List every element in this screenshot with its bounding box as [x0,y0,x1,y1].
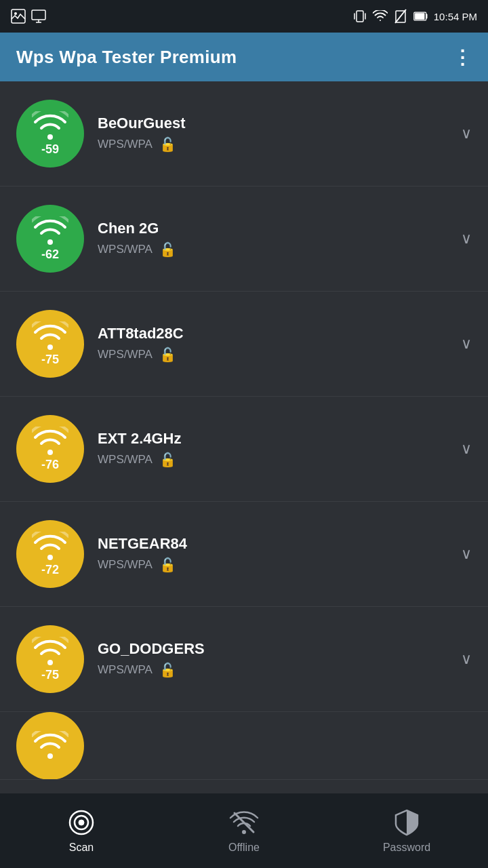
wifi-status-icon [373,9,388,24]
network-item-partial[interactable] [0,712,488,780]
svg-point-9 [47,344,53,350]
bottom-nav: Scan Offline Password [0,793,488,868]
svg-point-12 [47,660,53,665]
lock-icon: 🔓 [159,557,176,573]
network-info: EXT 2.4GHz WPS/WPA 🔓 [98,430,447,468]
network-list: -59 BeOurGuest WPS/WPA 🔓 ∨ -62 [0,81,488,712]
password-nav-icon [392,808,422,837]
expand-chevron[interactable]: ∨ [461,650,472,668]
offline-nav-label: Offline [228,842,260,854]
overflow-menu-button[interactable]: ⋮ [453,46,472,68]
network-protocol: WPS/WPA [98,453,152,467]
network-meta: WPS/WPA 🔓 [98,662,447,678]
network-name: BeOurGuest [98,115,447,132]
network-item[interactable]: -75 ATT8tad28C WPS/WPA 🔓 ∨ [0,292,488,397]
signal-circle: -75 [16,625,84,693]
lock-icon: 🔓 [159,136,176,153]
time-display: 10:54 PM [434,11,477,22]
network-item[interactable]: -62 Chen 2G WPS/WPA 🔓 ∨ [0,186,488,292]
network-item[interactable]: -76 EXT 2.4GHz WPS/WPA 🔓 ∨ [0,397,488,502]
monitor-icon [31,9,46,24]
expand-chevron[interactable]: ∨ [461,125,472,142]
svg-line-18 [235,813,253,832]
signal-circle: -75 [16,310,84,378]
signal-circle: -76 [16,415,84,483]
signal-value: -72 [41,563,59,577]
network-info: NETGEAR84 WPS/WPA 🔓 [98,535,447,573]
network-item[interactable]: -59 BeOurGuest WPS/WPA 🔓 ∨ [0,81,488,186]
network-protocol: WPS/WPA [98,348,152,361]
network-name: ATT8tad28C [98,325,447,342]
network-meta: WPS/WPA 🔓 [98,136,447,153]
network-item[interactable]: -72 NETGEAR84 WPS/WPA 🔓 ∨ [0,502,488,607]
network-info: GO_DODGERS WPS/WPA 🔓 [98,640,447,678]
scan-nav-label: Scan [69,842,94,854]
signal-circle-partial [16,712,84,780]
network-meta: WPS/WPA 🔓 [98,241,447,258]
network-name: EXT 2.4GHz [98,430,447,448]
expand-chevron[interactable]: ∨ [461,440,472,458]
svg-point-17 [242,830,246,834]
signal-circle: -62 [16,205,84,273]
network-name: GO_DODGERS [98,640,447,658]
sim-icon [393,9,408,24]
svg-point-7 [47,134,53,140]
network-info: ATT8tad28C WPS/WPA 🔓 [98,325,447,363]
status-bar-left [11,9,46,24]
nav-password[interactable]: Password [325,793,488,868]
svg-point-8 [47,239,53,245]
network-protocol: WPS/WPA [98,663,152,677]
svg-rect-2 [32,10,45,20]
svg-point-11 [47,555,53,560]
battery-icon [413,9,428,24]
network-protocol: WPS/WPA [98,558,152,572]
svg-rect-6 [415,13,424,19]
scan-nav-icon [66,808,96,837]
status-bar-right: 10:54 PM [352,9,477,24]
signal-circle: -72 [16,520,84,588]
network-name: NETGEAR84 [98,535,447,553]
app-title: Wps Wpa Tester Premium [16,47,237,68]
image-icon [11,9,26,24]
network-protocol: WPS/WPA [98,243,152,256]
svg-rect-3 [357,11,363,22]
signal-value: -76 [41,458,59,472]
svg-point-16 [79,820,84,825]
signal-value: -75 [41,353,59,367]
network-name: Chen 2G [98,220,447,237]
nav-offline[interactable]: Offline [163,793,325,868]
offline-nav-icon [229,808,259,837]
lock-icon: 🔓 [159,347,176,363]
svg-point-13 [47,753,53,759]
signal-value: -59 [41,142,59,157]
expand-chevron[interactable]: ∨ [461,335,472,353]
lock-icon: 🔓 [159,241,176,258]
vibrate-icon [352,9,367,24]
nav-scan[interactable]: Scan [0,793,163,868]
network-meta: WPS/WPA 🔓 [98,347,447,363]
network-meta: WPS/WPA 🔓 [98,452,447,468]
lock-icon: 🔓 [159,452,176,468]
app-bar: Wps Wpa Tester Premium ⋮ [0,33,488,81]
network-meta: WPS/WPA 🔓 [98,557,447,573]
expand-chevron[interactable]: ∨ [461,230,472,248]
signal-circle: -59 [16,100,84,167]
network-list-container: -59 BeOurGuest WPS/WPA 🔓 ∨ -62 [0,81,488,793]
status-bar: 10:54 PM [0,0,488,33]
password-nav-label: Password [383,842,430,854]
network-info: BeOurGuest WPS/WPA 🔓 [98,115,447,153]
signal-value: -62 [41,248,59,262]
signal-value: -75 [41,668,59,682]
svg-point-10 [47,450,53,455]
network-item[interactable]: -75 GO_DODGERS WPS/WPA 🔓 ∨ [0,607,488,712]
svg-point-1 [14,12,17,15]
network-info: Chen 2G WPS/WPA 🔓 [98,220,447,258]
lock-icon: 🔓 [159,662,176,678]
network-protocol: WPS/WPA [98,138,152,151]
expand-chevron[interactable]: ∨ [461,545,472,563]
